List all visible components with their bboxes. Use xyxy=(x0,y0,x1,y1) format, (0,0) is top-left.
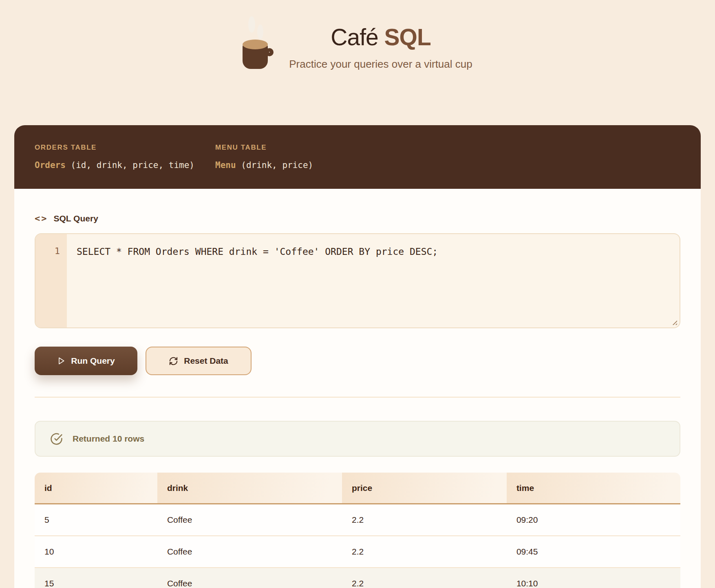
schema-bar: ORDERS TABLE Orders (id, drink, price, t… xyxy=(14,125,701,189)
results-table: id drink price time 5Coffee2.209:2010Cof… xyxy=(35,473,680,588)
results-table-body: 5Coffee2.209:2010Coffee2.209:4515Coffee2… xyxy=(35,504,680,588)
page-subtitle: Practice your queries over a virtual cup xyxy=(289,58,472,71)
app-header: Café SQL Practice your queries over a vi… xyxy=(0,0,715,125)
status-message: Returned 10 rows xyxy=(73,434,144,444)
reset-data-button[interactable]: Reset Data xyxy=(146,347,252,375)
cell-drink: Coffee xyxy=(157,504,342,536)
table-row: 10Coffee2.209:45 xyxy=(35,536,680,568)
cell-id: 10 xyxy=(35,536,157,568)
line-number-gutter: 1 xyxy=(35,234,67,327)
column-header-id: id xyxy=(35,473,157,504)
page-title: Café SQL xyxy=(331,24,430,51)
cell-id: 15 xyxy=(35,568,157,588)
code-brackets-icon: <> xyxy=(35,213,48,223)
column-header-time: time xyxy=(507,473,680,504)
menu-schema: MENU TABLE Menu (drink, price) xyxy=(215,144,313,170)
cell-id: 5 xyxy=(35,504,157,536)
sql-query-label: SQL Query xyxy=(54,214,98,223)
column-header-price: price xyxy=(342,473,507,504)
orders-table-definition: Orders (id, drink, price, time) xyxy=(35,160,215,170)
menu-table-definition: Menu (drink, price) xyxy=(215,160,313,170)
coffee-mug-icon xyxy=(243,16,275,69)
orders-schema: ORDERS TABLE Orders (id, drink, price, t… xyxy=(35,144,215,170)
cell-drink: Coffee xyxy=(157,536,342,568)
play-icon xyxy=(57,357,65,365)
sql-query-section-label: <> SQL Query xyxy=(35,213,680,223)
cell-time: 09:20 xyxy=(507,504,680,536)
menu-table-label: MENU TABLE xyxy=(215,144,313,152)
section-divider xyxy=(35,397,680,398)
column-header-drink: drink xyxy=(157,473,342,504)
query-editor[interactable]: 1 SELECT * FROM Orders WHERE drink = 'Co… xyxy=(35,233,680,328)
refresh-icon xyxy=(169,356,178,366)
orders-table-label: ORDERS TABLE xyxy=(35,144,215,152)
run-query-button[interactable]: Run Query xyxy=(35,347,137,375)
resize-handle[interactable] xyxy=(671,319,677,325)
cell-price: 2.2 xyxy=(342,536,507,568)
cell-price: 2.2 xyxy=(342,504,507,536)
main-card: ORDERS TABLE Orders (id, drink, price, t… xyxy=(14,125,701,588)
cell-price: 2.2 xyxy=(342,568,507,588)
check-circle-icon xyxy=(50,433,63,445)
table-header-row: id drink price time xyxy=(35,473,680,504)
status-banner: Returned 10 rows xyxy=(35,421,680,457)
cell-time: 09:45 xyxy=(507,536,680,568)
line-number: 1 xyxy=(55,246,60,256)
table-row: 5Coffee2.209:20 xyxy=(35,504,680,536)
steam-puff-icon xyxy=(257,24,263,39)
cell-time: 10:10 xyxy=(507,568,680,588)
query-input[interactable]: SELECT * FROM Orders WHERE drink = 'Coff… xyxy=(67,234,448,327)
steam-puff-icon xyxy=(248,16,255,33)
cell-drink: Coffee xyxy=(157,568,342,588)
table-row: 15Coffee2.210:10 xyxy=(35,568,680,588)
